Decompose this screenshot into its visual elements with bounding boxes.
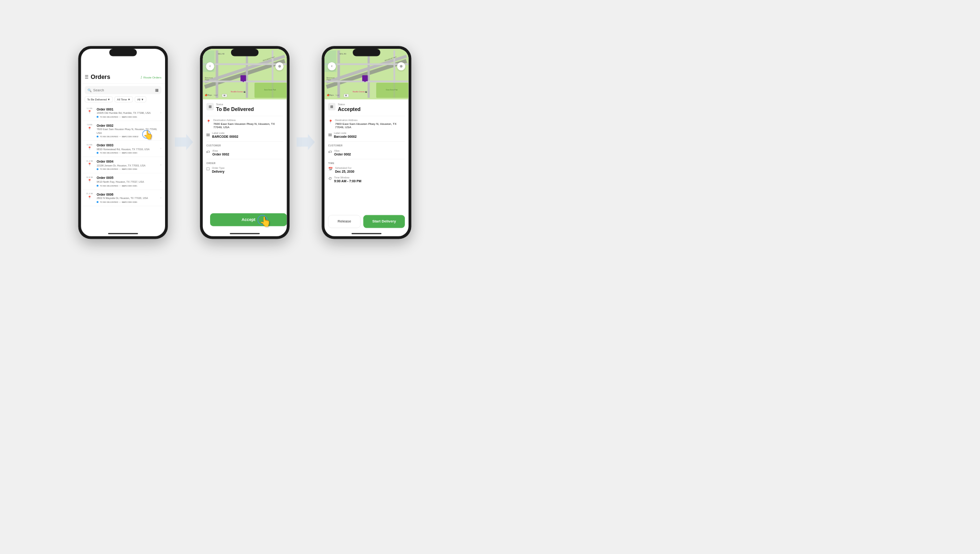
filter-status[interactable]: To Be Delivered ▼ — [85, 96, 113, 102]
order-distance: 11,4 Mi 📍 — [85, 160, 94, 166]
chevron-right-icon: › — [160, 180, 161, 184]
order-address: 9830 Homestead Rd, Houston, TX 77016, US… — [97, 147, 158, 151]
barcode-icon-3: ▤ — [328, 132, 332, 136]
map-compass-button-3[interactable]: ⊕ — [397, 62, 405, 70]
chevron-right-icon: › — [160, 163, 161, 167]
chevron-right-icon: › — [160, 111, 161, 115]
status-dot — [97, 116, 99, 118]
filter-all[interactable]: All ▼ — [135, 96, 146, 102]
calendar-icon-3: 📅 — [328, 167, 333, 171]
order-id: Order 0005 — [97, 176, 158, 180]
order-status-text: TO BE DELIVERED — [100, 152, 119, 154]
order-info: Order 0001 14905 Old Humble Rd, Humble, … — [97, 107, 158, 118]
screen-orders-list: ☰ Orders ⤴ Route Orders 🔍 ▦ To Be Delive… — [81, 49, 165, 236]
svg-text:WELL RD: WELL RD — [218, 53, 225, 55]
label-code-field-2: ▤ Label code BARCODE 00002 — [206, 132, 283, 138]
status-icon-2: ▦ — [206, 103, 213, 110]
svg-text:Gene Green Park: Gene Green Park — [386, 89, 398, 91]
status-label-3: Status — [338, 103, 361, 106]
svg-text:Legal: Legal — [214, 94, 218, 96]
start-delivery-button[interactable]: Start Delivery — [363, 215, 405, 228]
search-input[interactable] — [93, 88, 154, 92]
header-left: ☰ Orders — [85, 74, 110, 81]
order-list-item[interactable]: 8,3 Mi 📍 Order 0003 9830 Homestead Rd, H… — [81, 141, 165, 157]
order-tags: TO BE DELIVERED • BARCODE 0003 — [97, 152, 158, 154]
accept-button-label: Accept — [210, 217, 287, 222]
svg-rect-8 — [203, 63, 287, 65]
phone-3-notch — [353, 49, 380, 56]
order-section-header-2: ORDER — [206, 162, 283, 164]
status-value-3: Accepted — [338, 106, 361, 112]
hamburger-icon[interactable]: ☰ — [85, 75, 89, 80]
order-status-text: TO BE DELIVERED — [100, 168, 119, 170]
map-back-button-2[interactable]: ‹ — [206, 62, 214, 70]
svg-rect-31 — [324, 63, 409, 65]
order-distance: 8,3 Mi 📍 — [85, 144, 94, 150]
phone-1: ☰ Orders ⤴ Route Orders 🔍 ▦ To Be Delive… — [78, 46, 168, 239]
order-distance: 5,1 Mi 📍 — [85, 107, 94, 113]
scheduled-field-3: 📅 Scheduled For Dec 25, 2030 — [328, 166, 405, 173]
status-icon-3: ▦ — [328, 103, 335, 110]
home-bar-3 — [324, 232, 409, 236]
order-barcode-text: BARCODE 0004 — [122, 168, 137, 170]
status-content-3: Status Accepted — [338, 103, 361, 112]
home-indicator-3 — [352, 233, 381, 234]
svg-text:Place: Place — [205, 79, 209, 81]
barcode-scan-icon[interactable]: ▦ — [155, 88, 158, 92]
svg-marker-0 — [175, 134, 193, 150]
map-back-button-3[interactable]: ‹ — [328, 62, 336, 70]
tag-icon-2: 🏷 — [206, 150, 210, 154]
map-compass-button-2[interactable]: ⊕ — [275, 62, 283, 70]
order-type-field-2: ☐ Order Type Delivery — [206, 166, 283, 173]
destination-field-2: 📍 Destination Address 7600 East Sam Hous… — [206, 119, 283, 129]
home-indicator-2 — [230, 233, 259, 234]
phone-3: 🍎Maps Legal 90 Beaumont Place Gene Green… — [322, 46, 411, 239]
order-info: Order 0006 2802 N Wayside Dr, Houston, T… — [97, 192, 158, 203]
svg-rect-27 — [337, 50, 340, 98]
order-list-item[interactable]: 7,8 Mi 📍 Order 0002 7600 East Sam Housto… — [81, 121, 165, 141]
order-detail-scroll-2[interactable]: ▦ Status To Be Delivered 📍 Destination A… — [203, 100, 287, 213]
order-address: 2802 N Wayside Dr, Houston, TX 77020, US… — [97, 197, 158, 200]
order-tags: TO BE DELIVERED • BARCODE 0005 — [97, 185, 158, 187]
svg-text:Beaumont: Beaumont — [327, 77, 334, 79]
time-section-header-3: TIME — [328, 162, 405, 164]
screen-order-accepted: 🍎Maps Legal 90 Beaumont Place Gene Green… — [324, 49, 409, 236]
order-barcode-text: BARCODE 0003 — [122, 152, 137, 154]
status-dot — [97, 201, 99, 203]
order-list-item[interactable]: 5,1 Mi 📍 Order 0001 14905 Old Humble Rd,… — [81, 105, 165, 121]
search-bar[interactable]: 🔍 ▦ — [85, 86, 161, 94]
order-list-item[interactable]: 11,4 Mi 📍 Order 0004 10196 Jensen Dr, Ho… — [81, 157, 165, 173]
route-orders-button[interactable]: ⤴ Route Orders — [141, 76, 162, 79]
order-detail-scroll-3[interactable]: ▦ Status Accepted 📍 Destination Address … — [324, 100, 409, 215]
map-view-3: 🍎Maps Legal 90 Beaumont Place Gene Green… — [324, 49, 409, 100]
clock-icon-3: ⏱ — [328, 177, 332, 181]
order-list-item[interactable]: 15,4 Mi 📍 Order 0006 2802 N Wayside Dr, … — [81, 190, 165, 206]
order-list-item[interactable]: 14,8 Mi 📍 Order 0005 9410 North Fwy, Hou… — [81, 173, 165, 189]
filter-row: To Be Delivered ▼ All Time ▼ All ▼ — [81, 96, 165, 104]
svg-rect-28 — [368, 50, 370, 98]
status-content-2: Status To Be Delivered — [216, 103, 254, 112]
release-button[interactable]: Release — [328, 215, 361, 228]
order-status-text: TO BE DELIVERED — [100, 135, 119, 138]
svg-text:Beaumont: Beaumont — [205, 77, 212, 79]
accept-button[interactable]: Accept — [210, 213, 287, 226]
status-dot — [97, 135, 99, 137]
status-row-2: ▦ Status To Be Delivered — [206, 103, 283, 112]
status-dot — [97, 152, 99, 154]
filter-time[interactable]: All Time ▼ — [114, 96, 133, 102]
svg-text:ShowBiz Cinemas 🎬: ShowBiz Cinemas 🎬 — [353, 91, 367, 93]
main-scene: ☰ Orders ⤴ Route Orders 🔍 ▦ To Be Delive… — [10, 10, 471, 276]
order-id: Order 0004 — [97, 160, 158, 164]
status-row-3: ▦ Status Accepted — [328, 103, 405, 112]
alias-field-3: 🏷 Alias Order 0002 — [328, 149, 405, 156]
customer-section-header-3: CUSTOMER — [328, 144, 405, 147]
svg-text:ShowBiz Cinemas 🎬: ShowBiz Cinemas 🎬 — [231, 91, 245, 93]
phone-1-notch — [109, 49, 137, 56]
order-barcode-text: BARCODE 0001 — [122, 116, 137, 118]
phone-2-notch — [231, 49, 259, 56]
order-info: Order 0002 7600 East Sam Houston Pkwy N,… — [97, 124, 158, 138]
destination-field-3: 📍 Destination Address 7600 East Sam Hous… — [328, 119, 405, 129]
order-barcode-text: BARCODE 0005 — [122, 185, 137, 187]
svg-text:90: 90 — [345, 95, 347, 97]
location-pin-icon: 📍 — [88, 195, 91, 199]
